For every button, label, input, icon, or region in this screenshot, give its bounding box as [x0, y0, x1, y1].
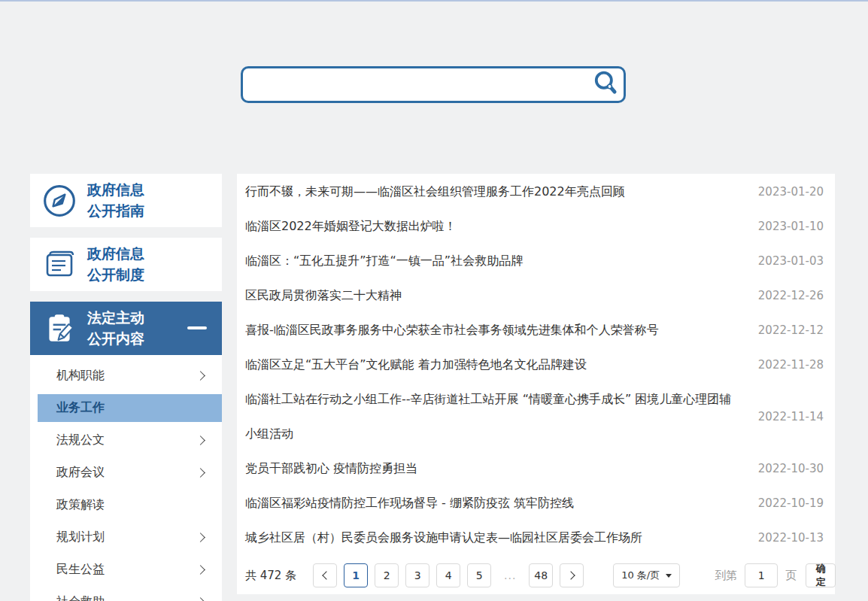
goto-unit-label: 页 [785, 569, 797, 583]
article-date: 2022-10-30 [756, 462, 824, 475]
article-date: 2022-12-26 [756, 289, 824, 302]
submenu-label: 法规公文 [56, 433, 105, 448]
compass-icon [42, 184, 77, 218]
article-link[interactable]: 喜报-临淄区民政事务服务中心荣获全市社会事务领域先进集体和个人荣誉称号 [245, 313, 756, 348]
article-date: 2022-12-12 [756, 323, 824, 337]
page-button-48[interactable]: 48 [529, 563, 553, 587]
article-link[interactable]: 临淄区立足“五大平台”文化赋能 着力加强特色地名文化品牌建设 [245, 348, 756, 382]
sidebar-item-business-work[interactable]: 业务工作 [38, 394, 222, 422]
article-date: 2023-01-20 [756, 185, 824, 199]
list-item: 临淄区2022年婚姻登记大数据出炉啦！ 2023-01-10 [237, 209, 835, 244]
list-item: 区民政局贯彻落实二十大精神 2022-12-26 [237, 278, 835, 313]
next-page-button[interactable] [560, 563, 584, 587]
chevron-right-icon [196, 371, 205, 381]
page-button-1[interactable]: 1 [344, 563, 368, 587]
submenu-label: 社会救助 [56, 594, 105, 601]
list-item: 临淄区福彩站疫情防控工作现场督导 - 绷紧防疫弦 筑牢防控线 2022-10-1… [237, 486, 835, 521]
sidebar-item-guide-label: 政府信息 公开指南 [87, 180, 144, 221]
chevron-left-icon [322, 571, 330, 579]
chevron-right-icon [196, 468, 205, 478]
article-link[interactable]: 城乡社区居（村）民委员会服务设施申请认定表—临园社区居委会工作场所 [245, 521, 756, 555]
chevron-right-icon [196, 533, 205, 542]
list-item: 城乡社区居（村）民委员会服务设施申请认定表—临园社区居委会工作场所 2022-1… [237, 521, 835, 555]
clipboard-pencil-icon [42, 311, 77, 346]
article-date: 2023-01-10 [756, 220, 824, 233]
sidebar-item-policy-interpretation[interactable]: 政策解读 [30, 489, 222, 521]
page-button-4[interactable]: 4 [436, 563, 460, 587]
goto-page-input[interactable] [745, 563, 778, 587]
sidebar-item-planning[interactable]: 规划计划 [30, 521, 222, 554]
sidebar-item-system-label: 政府信息 公开制度 [87, 244, 144, 285]
confirm-button[interactable]: 确定 [806, 563, 836, 587]
goto-prefix-label: 到第 [715, 569, 737, 583]
submenu-label: 规划计划 [56, 530, 105, 545]
article-date: 2022-11-28 [756, 358, 824, 372]
article-link[interactable]: 临淄区：“五化五提升”打造“一镇一品”社会救助品牌 [245, 244, 756, 278]
submenu-label: 机构职能 [56, 368, 105, 384]
submenu-label: 政府会议 [56, 465, 105, 481]
search-icon [593, 70, 620, 99]
page-button-5[interactable]: 5 [467, 563, 491, 587]
sidebar-item-system[interactable]: 政府信息 公开制度 [30, 238, 222, 291]
page-size-value: 10 条/页 [621, 569, 660, 582]
total-count-label: 共 472 条 [245, 569, 296, 583]
article-link[interactable]: 临淄区福彩站疫情防控工作现场督导 - 绷紧防疫弦 筑牢防控线 [245, 486, 756, 521]
page-button-3[interactable]: 3 [405, 563, 429, 587]
article-list: 行而不辍，未来可期——临淄区社会组织管理服务工作2022年亮点回顾 2023-0… [237, 174, 835, 594]
article-link[interactable]: 行而不辍，未来可期——临淄区社会组织管理服务工作2022年亮点回顾 [245, 175, 756, 209]
sidebar-item-legal-disclosure[interactable]: 法定主动 公开内容 [30, 302, 222, 355]
page-ellipsis[interactable]: ... [498, 563, 522, 587]
sidebar-item-gov-meetings[interactable]: 政府会议 [30, 457, 222, 489]
chevron-right-icon [196, 565, 205, 575]
goto-page-group: 到第 页 确定 [715, 563, 836, 587]
submenu-label: 政策解读 [56, 497, 105, 513]
list-item: 党员干部践初心 疫情防控勇担当 2022-10-30 [237, 451, 835, 486]
search-button[interactable] [589, 68, 624, 101]
chevron-right-icon [566, 571, 575, 579]
sidebar-item-regulations[interactable]: 法规公文 [30, 424, 222, 457]
sidebar: 政府信息 公开指南 政府信息 公开制度 [30, 174, 222, 601]
article-link[interactable]: 区民政局贯彻落实二十大精神 [245, 278, 756, 313]
page-button-2[interactable]: 2 [375, 563, 399, 587]
search-input[interactable] [243, 68, 589, 101]
list-item: 行而不辍，未来可期——临淄区社会组织管理服务工作2022年亮点回顾 2023-0… [237, 175, 835, 209]
sidebar-item-social-assistance[interactable]: 社会救助 [30, 586, 222, 601]
chevron-right-icon [196, 436, 205, 445]
prev-page-button[interactable] [313, 563, 337, 587]
document-icon [42, 247, 77, 282]
article-link[interactable]: 临淄区2022年婚姻登记大数据出炉啦！ [245, 209, 756, 244]
list-item: 临淄社工站在行动之小组工作--辛店街道社工站开展 “情暖童心携手成长” 困境儿童… [237, 382, 835, 451]
article-date: 2022-11-14 [756, 410, 824, 423]
submenu-label: 业务工作 [56, 400, 105, 416]
sidebar-item-public-welfare[interactable]: 民生公益 [30, 554, 222, 586]
list-item: 喜报-临淄区民政事务服务中心荣获全市社会事务领域先进集体和个人荣誉称号 2022… [237, 313, 835, 348]
article-link[interactable]: 临淄社工站在行动之小组工作--辛店街道社工站开展 “情暖童心携手成长” 困境儿童… [245, 382, 756, 451]
sidebar-item-guide[interactable]: 政府信息 公开指南 [30, 174, 222, 227]
chevron-right-icon [196, 597, 205, 601]
search-bar [241, 66, 626, 103]
top-accent-line [0, 0, 868, 2]
sidebar-item-legal-label: 法定主动 公开内容 [87, 308, 144, 349]
submenu-label: 民生公益 [56, 562, 105, 578]
article-link[interactable]: 党员干部践初心 疫情防控勇担当 [245, 451, 756, 486]
sidebar-item-orgfunctions[interactable]: 机构职能 [30, 360, 222, 392]
list-item: 临淄区：“五化五提升”打造“一镇一品”社会救助品牌 2023-01-03 [237, 244, 835, 278]
page-size-select[interactable]: 10 条/页 [613, 563, 680, 587]
article-date: 2022-10-13 [756, 531, 824, 545]
article-date: 2022-10-19 [756, 496, 824, 510]
sidebar-submenu: 机构职能 业务工作 法规公文 政府会议 政策解读 规划计划 民生公益 社会救助 [30, 355, 222, 601]
list-item: 临淄区立足“五大平台”文化赋能 着力加强特色地名文化品牌建设 2022-11-2… [237, 348, 835, 382]
collapse-minus-icon[interactable] [187, 326, 207, 329]
article-date: 2023-01-03 [756, 254, 824, 268]
caret-down-icon [666, 574, 672, 578]
pagination: 共 472 条 1 2 3 4 5 ... 48 10 条/页 到第 页 确定 [245, 563, 824, 587]
